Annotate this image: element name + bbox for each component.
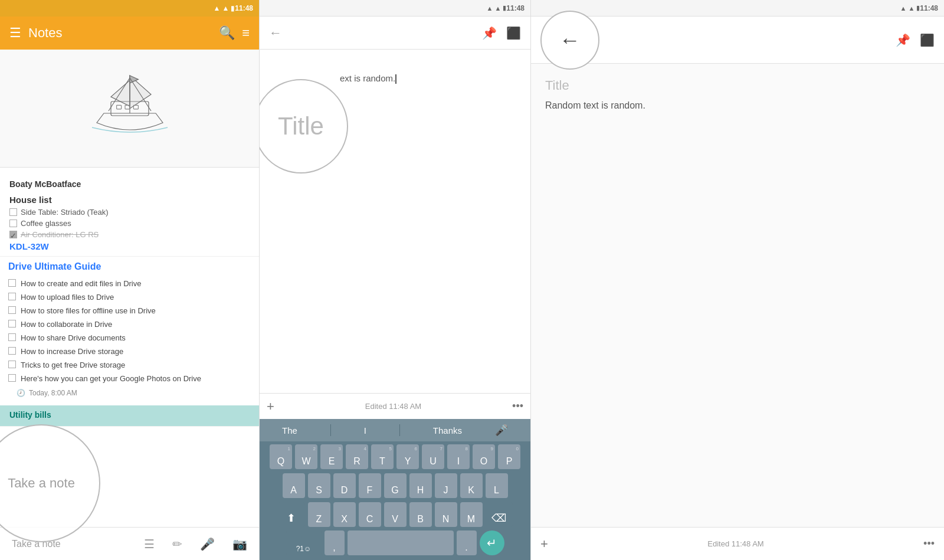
key-q[interactable]: 1Q bbox=[270, 444, 292, 469]
edited-timestamp: Edited 11:48 AM bbox=[279, 402, 507, 411]
archive-icon[interactable]: ⬛ bbox=[506, 26, 521, 40]
divider bbox=[330, 424, 331, 436]
key-delete[interactable]: ⌫ bbox=[486, 502, 513, 527]
panel-notes-list: ▲ ▲ ▮ 11:48 ☰ Notes 🔍 ≡ bbox=[0, 0, 260, 560]
note-image-ship bbox=[0, 50, 259, 168]
autocomplete-bar: The I Thanks 🎤 bbox=[260, 419, 530, 441]
more-options-icon-3[interactable]: ••• bbox=[923, 538, 935, 550]
key-f[interactable]: F bbox=[359, 473, 381, 498]
drive-item-text: How to create and edit files in Drive bbox=[21, 279, 141, 288]
note-body-text: ext is random. bbox=[340, 73, 395, 83]
time-3: 11:48 bbox=[920, 4, 938, 12]
note-house-list[interactable]: House list Side Table: Striado (Teak) Co… bbox=[0, 191, 259, 257]
checkbox-icon bbox=[8, 361, 16, 368]
back-arrow-icon[interactable]: ← bbox=[269, 25, 282, 41]
key-v[interactable]: V bbox=[384, 502, 407, 527]
keyboard-row-2: A S D F G H J K L bbox=[260, 470, 530, 499]
key-n[interactable]: N bbox=[435, 502, 457, 527]
app-title: Notes bbox=[28, 25, 212, 41]
key-k[interactable]: K bbox=[460, 473, 483, 498]
key-y[interactable]: 6Y bbox=[396, 444, 419, 469]
pin-icon[interactable]: 📌 bbox=[482, 26, 497, 40]
time-2: 11:48 bbox=[506, 4, 525, 12]
key-e[interactable]: 3E bbox=[320, 444, 343, 469]
kdl-label: KDL-32W bbox=[9, 241, 49, 251]
house-list-title: House list bbox=[9, 195, 250, 205]
key-symbols[interactable]: ?1☺ bbox=[286, 530, 322, 555]
key-b[interactable]: B bbox=[409, 502, 432, 527]
drive-item-1: How to create and edit files in Drive bbox=[8, 277, 251, 290]
note-drive-guide[interactable]: Drive Ultimate Guide How to create and e… bbox=[0, 257, 259, 405]
key-j[interactable]: J bbox=[435, 473, 457, 498]
drive-item-text: How to collaborate in Drive bbox=[21, 320, 112, 329]
autocomplete-i[interactable]: I bbox=[364, 425, 366, 435]
keyboard-row-3: ⬆ Z X C V B N M ⌫ bbox=[260, 499, 530, 528]
back-button-circle[interactable]: ← bbox=[540, 11, 599, 70]
mic-bottom-icon[interactable]: 🎤 bbox=[200, 537, 215, 551]
pin-icon-3[interactable]: 📌 bbox=[896, 33, 910, 47]
text-cursor bbox=[395, 74, 396, 84]
key-l[interactable]: L bbox=[486, 473, 508, 498]
key-h[interactable]: H bbox=[409, 473, 432, 498]
mic-keyboard-icon[interactable]: 🎤 bbox=[495, 424, 508, 437]
note-title-3: Title bbox=[545, 78, 930, 93]
key-c[interactable]: C bbox=[359, 502, 381, 527]
key-a[interactable]: A bbox=[283, 473, 305, 498]
more-options-icon-2[interactable]: ••• bbox=[512, 400, 523, 412]
key-t[interactable]: 5T bbox=[371, 444, 394, 469]
drive-item-text: How to upload files to Drive bbox=[21, 293, 114, 302]
key-r[interactable]: 4R bbox=[346, 444, 368, 469]
checklist-icon[interactable]: ☰ bbox=[144, 537, 155, 551]
svg-rect-2 bbox=[116, 105, 121, 109]
key-u[interactable]: 7U bbox=[422, 444, 444, 469]
signal-icon-3: ▲ bbox=[908, 5, 914, 12]
camera-icon[interactable]: 📷 bbox=[232, 537, 247, 551]
utility-bills-title: Utility bills bbox=[9, 410, 250, 420]
note-utility-bills[interactable]: Utility bills bbox=[0, 405, 259, 427]
status-bar-2: ▲ ▲ ▮ 11:48 bbox=[260, 0, 530, 17]
divider2 bbox=[399, 424, 400, 436]
add-attachment-icon[interactable]: + bbox=[267, 399, 274, 414]
autocomplete-thanks[interactable]: Thanks bbox=[433, 425, 462, 435]
status-bar-3: ▲ ▲ ▮ 11:48 bbox=[531, 0, 944, 17]
key-i[interactable]: 8I bbox=[447, 444, 470, 469]
key-enter[interactable]: ↵ bbox=[480, 530, 504, 555]
key-m[interactable]: M bbox=[460, 502, 483, 527]
edited-timestamp-3: Edited 11:48 AM bbox=[555, 539, 916, 548]
pen-icon[interactable]: ✏ bbox=[172, 537, 182, 551]
drive-item-text: How to increase Drive storage bbox=[21, 347, 123, 356]
add-icon-3[interactable]: + bbox=[540, 536, 548, 552]
status-icons-3: ▲ ▲ ▮ bbox=[900, 4, 920, 12]
drive-guide-title: Drive Ultimate Guide bbox=[8, 261, 251, 272]
autocomplete-the[interactable]: The bbox=[282, 425, 297, 435]
checkbox-icon bbox=[8, 279, 16, 287]
key-period[interactable]: . bbox=[457, 530, 477, 555]
drive-guide-footer: 🕗 Today, 8:00 AM bbox=[8, 385, 251, 401]
checkbox-icon bbox=[8, 333, 16, 341]
search-icon[interactable]: 🔍 bbox=[219, 25, 235, 41]
key-shift[interactable]: ⬆ bbox=[278, 502, 305, 527]
keyboard: The I Thanks 🎤 1Q 2W 3E 4R 5T 6Y 7U 8I 9… bbox=[260, 419, 530, 560]
key-w[interactable]: 2W bbox=[295, 444, 317, 469]
key-s[interactable]: S bbox=[308, 473, 330, 498]
key-g[interactable]: G bbox=[384, 473, 407, 498]
panel-note-editor: ▲ ▲ ▮ 11:48 ← 📌 ⬛ Title ext is random. +… bbox=[260, 0, 531, 560]
key-x[interactable]: X bbox=[333, 502, 356, 527]
toolbar2-right: 📌 ⬛ bbox=[482, 26, 521, 40]
toolbar3-right: 📌 ⬛ bbox=[896, 33, 935, 47]
key-o[interactable]: 9O bbox=[473, 444, 495, 469]
key-p[interactable]: 0P bbox=[498, 444, 520, 469]
drive-item-4: How to collaborate in Drive bbox=[8, 317, 251, 331]
key-z[interactable]: Z bbox=[308, 502, 330, 527]
drive-item-text: How to share Drive documents bbox=[21, 333, 126, 342]
archive-icon-3[interactable]: ⬛ bbox=[920, 33, 935, 47]
footer-time: Today, 8:00 AM bbox=[29, 389, 77, 397]
key-d[interactable]: D bbox=[333, 473, 356, 498]
checkbox-icon bbox=[8, 347, 16, 355]
key-space[interactable] bbox=[348, 530, 454, 555]
hamburger-menu-icon[interactable]: ☰ bbox=[9, 25, 21, 41]
checkbox-icon bbox=[8, 293, 16, 300]
house-list-item-2: Coffee glasses bbox=[9, 218, 250, 229]
key-comma[interactable]: , bbox=[324, 530, 345, 555]
more-options-icon[interactable]: ≡ bbox=[242, 25, 250, 41]
